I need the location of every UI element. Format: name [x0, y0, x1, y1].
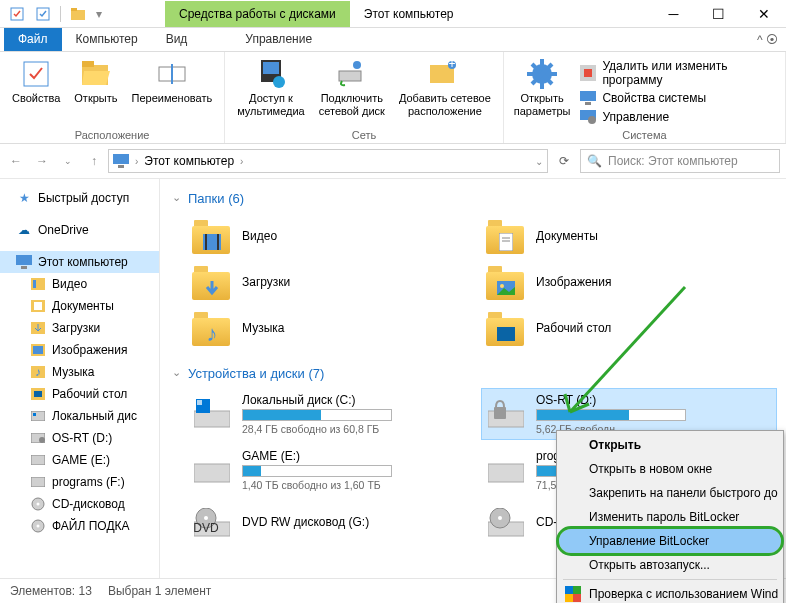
svg-rect-77	[565, 586, 573, 594]
svg-rect-62	[497, 327, 515, 341]
drive-game-e[interactable]: GAME (E:) 1,40 ТБ свободно из 1,60 ТБ	[188, 445, 482, 495]
ribbon-collapse-icon[interactable]: ^ ⦿	[749, 29, 786, 51]
up-button[interactable]: ↑	[84, 151, 104, 171]
locked-drive-icon	[486, 396, 526, 432]
ribbon-group-system: Система	[510, 129, 779, 143]
qat-properties2-icon[interactable]	[32, 4, 54, 24]
ribbon-add-network-button[interactable]: + Добавить сетевое расположение	[393, 54, 497, 129]
tree-file-podka[interactable]: ФАЙЛ ПОДКА	[0, 515, 159, 537]
tree-documents[interactable]: Документы	[0, 295, 159, 317]
ribbon-system-props-button[interactable]: Свойства системы	[576, 89, 779, 107]
cm-open[interactable]: Открыть	[559, 433, 781, 457]
ribbon-tabs: Файл Компьютер Вид Управление ^ ⦿	[0, 28, 786, 52]
status-elements-count: Элементов: 13	[10, 584, 92, 598]
tab-computer[interactable]: Компьютер	[62, 28, 152, 51]
nav-tree: ★ Быстрый доступ ☁ OneDrive Этот компьют…	[0, 179, 160, 578]
folder-desktop[interactable]: Рабочий стол	[482, 306, 776, 350]
svg-point-72	[204, 516, 208, 520]
ribbon-group-location: Расположение	[6, 129, 218, 143]
history-dropdown[interactable]: ⌄	[58, 151, 78, 171]
refresh-button[interactable]: ⟳	[552, 154, 576, 168]
tree-videos[interactable]: Видео	[0, 273, 159, 295]
folder-pictures[interactable]: Изображения	[482, 260, 776, 304]
ribbon-open-settings-button[interactable]: Открыть параметры	[510, 54, 575, 129]
tab-view[interactable]: Вид	[152, 28, 202, 51]
ribbon-open-button[interactable]: Открыть	[68, 54, 123, 129]
ribbon-rename-button[interactable]: Переименовать	[126, 54, 219, 129]
drive-icon	[30, 452, 46, 468]
maximize-button[interactable]: ☐	[696, 2, 741, 26]
drive-icon	[30, 474, 46, 490]
minimize-button[interactable]: ─	[651, 2, 696, 26]
tree-local-disk[interactable]: Локальный дис	[0, 405, 159, 427]
svg-rect-45	[33, 413, 36, 416]
ribbon-uninstall-button[interactable]: Удалить или изменить программу	[576, 58, 779, 88]
context-menu: Открыть Открыть в новом окне Закрепить н…	[556, 430, 784, 603]
svg-rect-26	[585, 102, 591, 105]
video-folder-icon	[30, 276, 46, 292]
properties-icon	[20, 58, 52, 90]
address-bar: ← → ⌄ ↑ › Этот компьютер › ⌄ ⟳ 🔍 Поиск: …	[0, 144, 786, 178]
svg-rect-36	[34, 302, 42, 310]
tree-osrt[interactable]: OS-RT (D:)	[0, 427, 159, 449]
back-button[interactable]: ←	[6, 151, 26, 171]
cm-change-bitlocker-password[interactable]: Изменить пароль BitLocker	[559, 505, 781, 529]
settings-gear-icon	[526, 58, 558, 90]
tree-game[interactable]: GAME (E:)	[0, 449, 159, 471]
tab-manage[interactable]: Управление	[231, 28, 326, 51]
document-icon	[496, 232, 516, 252]
network-drive-icon	[336, 58, 368, 90]
folder-videos[interactable]: Видео	[188, 214, 482, 258]
dvd-drive-icon: DVD	[192, 505, 232, 541]
svg-rect-32	[21, 266, 27, 269]
search-input[interactable]: 🔍 Поиск: Этот компьютер	[580, 149, 780, 173]
close-button[interactable]: ✕	[741, 2, 786, 26]
path-dropdown-icon[interactable]: ⌄	[535, 156, 543, 167]
svg-rect-24	[584, 69, 592, 77]
cm-open-new-window[interactable]: Открыть в новом окне	[559, 457, 781, 481]
tree-desktop[interactable]: Рабочий стол	[0, 383, 159, 405]
cm-manage-bitlocker[interactable]: Управление BitLocker	[559, 529, 781, 553]
open-folder-icon	[80, 58, 112, 90]
ribbon-media-access-button[interactable]: Доступ к мультимедиа	[231, 54, 311, 129]
svg-rect-25	[580, 91, 596, 101]
tree-this-pc[interactable]: Этот компьютер	[0, 251, 159, 273]
svg-point-11	[273, 76, 285, 88]
ribbon-manage-button[interactable]: Управление	[576, 108, 779, 126]
svg-rect-56	[217, 234, 219, 250]
film-icon	[202, 232, 222, 252]
cm-open-autoplay[interactable]: Открыть автозапуск...	[559, 553, 781, 577]
drives-section-header[interactable]: Устройства и диски (7)	[170, 362, 776, 389]
ribbon-properties-button[interactable]: Свойства	[6, 54, 66, 129]
folder-downloads[interactable]: Загрузки	[188, 260, 482, 304]
drive-icon	[30, 408, 46, 424]
tree-programs[interactable]: programs (F:)	[0, 471, 159, 493]
ribbon-map-drive-button[interactable]: Подключить сетевой диск	[313, 54, 391, 129]
tree-pictures[interactable]: Изображения	[0, 339, 159, 361]
svg-point-13	[353, 61, 361, 69]
tree-cd-drive[interactable]: CD-дисковод	[0, 493, 159, 515]
cm-pin-quick-access[interactable]: Закрепить на панели быстрого до	[559, 481, 781, 505]
tree-onedrive[interactable]: ☁ OneDrive	[0, 219, 159, 241]
cm-separator	[563, 579, 777, 580]
folder-documents[interactable]: Документы	[482, 214, 776, 258]
qat-dropdown-icon[interactable]: ▾	[93, 4, 105, 24]
folders-section-header[interactable]: Папки (6)	[170, 187, 776, 214]
tab-file[interactable]: Файл	[4, 28, 62, 51]
forward-button[interactable]: →	[32, 151, 52, 171]
svg-point-51	[37, 503, 40, 506]
tree-downloads[interactable]: Загрузки	[0, 317, 159, 339]
qat-properties-icon[interactable]	[6, 4, 28, 24]
drive-dvdrw-g[interactable]: DVD DVD RW дисковод (G:)	[188, 501, 482, 545]
context-tab-disk-tools: Средства работы с дисками	[165, 1, 350, 27]
svg-point-47	[39, 437, 45, 443]
cm-defender-scan[interactable]: Проверка с использованием Wind	[559, 582, 781, 603]
drive-local-c[interactable]: Локальный диск (C:) 28,4 ГБ свободно из …	[188, 389, 482, 439]
path-input[interactable]: › Этот компьютер › ⌄	[108, 149, 548, 173]
qat-new-folder-icon[interactable]	[67, 4, 89, 24]
tree-music[interactable]: ♪ Музыка	[0, 361, 159, 383]
title-bar: ▾ Средства работы с дисками Этот компьют…	[0, 0, 786, 28]
window-controls: ─ ☐ ✕	[651, 2, 786, 26]
folder-music[interactable]: ♪ Музыка	[188, 306, 482, 350]
tree-quick-access[interactable]: ★ Быстрый доступ	[0, 187, 159, 209]
